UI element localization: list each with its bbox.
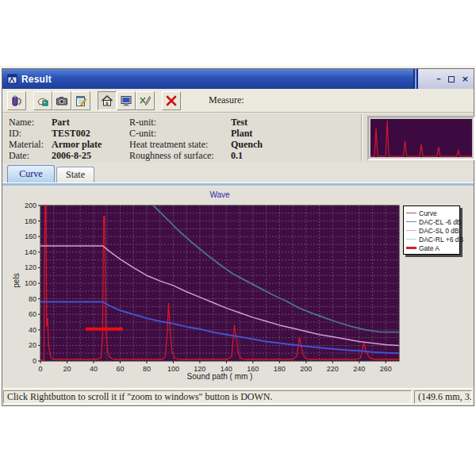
field-value: Plant xyxy=(231,128,252,139)
legend-label: DAC-SL 0 dB xyxy=(419,227,459,235)
legend-label: DAC-RL +6 dB xyxy=(419,236,463,244)
monitor-icon xyxy=(120,94,132,107)
svg-text:120: 120 xyxy=(25,263,36,271)
flask-button[interactable] xyxy=(7,91,26,110)
minimize-button[interactable]: – xyxy=(436,75,441,83)
svg-text:20: 20 xyxy=(29,341,36,349)
monitor-button[interactable] xyxy=(117,91,136,110)
tab-curve[interactable]: Curve xyxy=(7,165,55,182)
tab-state[interactable]: State xyxy=(56,167,94,182)
title-bar[interactable]: Result – × xyxy=(2,69,474,89)
waveform-preview-chart xyxy=(370,119,472,157)
status-message: Click Rightbutton to scroll it if "zoom … xyxy=(3,390,412,404)
field-value: Quench xyxy=(231,139,263,150)
svg-text:140: 140 xyxy=(25,248,36,256)
field-label: Roughness of surface: xyxy=(129,150,231,161)
field-label: Name: xyxy=(9,117,52,128)
field-value: 2006-8-25 xyxy=(52,150,129,161)
field-value: TEST002 xyxy=(52,128,129,139)
field-label: R-unit: xyxy=(129,117,231,128)
chart-legend: CurveDAC-EL -6 dBDAC-SL 0 dBDAC-RL +6 dB… xyxy=(403,205,460,255)
waveform-preview xyxy=(367,116,475,160)
maximize-button[interactable] xyxy=(448,76,455,83)
field-value: Armor plate xyxy=(52,139,129,150)
measure-tool-icon xyxy=(139,94,152,107)
notepad-icon xyxy=(75,94,87,107)
x-axis-label: Sound path ( mm ) xyxy=(40,372,399,381)
field-value: 0.1 xyxy=(231,150,243,161)
legend-label: Curve xyxy=(419,209,437,217)
cursor-position-readout: (149.6 mm, 3.1 pels) xyxy=(414,390,472,404)
legend-swatch xyxy=(406,247,416,249)
delete-button[interactable] xyxy=(162,91,181,110)
window-title: Result xyxy=(21,74,52,85)
legend-swatch xyxy=(406,221,416,222)
info-row: Name: Part R-unit: Test ID: TEST002 C-un… xyxy=(2,113,474,163)
window-controls: – × xyxy=(418,69,474,89)
info-panel: Name: Part R-unit: Test ID: TEST002 C-un… xyxy=(4,114,363,161)
legend-entry: DAC-EL -6 dB xyxy=(406,217,458,226)
field-value: Test xyxy=(231,117,248,128)
legend-label: Gate A xyxy=(419,244,440,252)
svg-text:100: 100 xyxy=(25,279,36,287)
toolbar: Measure: xyxy=(2,89,474,113)
camera-icon xyxy=(56,94,68,107)
field-label: Heat treatment state: xyxy=(129,139,231,150)
chart-area[interactable]: Wave pels 020406080100120140160180200220… xyxy=(2,187,474,388)
home-button[interactable] xyxy=(98,91,117,110)
legend-swatch xyxy=(406,213,416,213)
field-label: Date: xyxy=(9,150,52,161)
legend-entry: Gate A xyxy=(406,244,458,252)
legend-swatch xyxy=(406,230,416,231)
svg-text:160: 160 xyxy=(25,232,36,240)
field-label: Material: xyxy=(9,139,52,150)
legend-entry: DAC-RL +6 dB xyxy=(406,235,458,244)
status-bar: Click Rightbutton to scroll it if "zoom … xyxy=(2,388,474,405)
legend-swatch xyxy=(406,239,416,240)
svg-text:40: 40 xyxy=(29,326,36,334)
tab-bar: Curve State xyxy=(2,163,474,182)
field-value: Part xyxy=(52,117,129,128)
hand-box-button[interactable] xyxy=(33,91,52,110)
flask-icon xyxy=(10,94,23,107)
svg-text:60: 60 xyxy=(29,310,36,318)
svg-text:0: 0 xyxy=(33,357,36,365)
legend-label: DAC-EL -6 dB xyxy=(419,218,462,226)
notepad-button[interactable] xyxy=(71,91,90,110)
legend-entry: DAC-SL 0 dB xyxy=(406,226,458,235)
measure-label: Measure: xyxy=(209,94,244,106)
close-button[interactable]: × xyxy=(462,75,469,83)
field-label: C-unit: xyxy=(129,128,231,139)
svg-text:80: 80 xyxy=(29,295,36,303)
legend-entry: Curve xyxy=(406,209,458,217)
hand-box-icon xyxy=(36,94,49,107)
result-window: Result – × xyxy=(2,68,474,406)
svg-text:180: 180 xyxy=(25,217,36,225)
camera-button[interactable] xyxy=(52,91,71,110)
field-label: ID: xyxy=(9,128,52,139)
svg-text:200: 200 xyxy=(25,202,36,209)
app-icon xyxy=(7,74,17,84)
home-icon xyxy=(101,94,113,107)
measure-tool-button[interactable] xyxy=(136,91,155,110)
delete-x-icon xyxy=(165,94,178,107)
